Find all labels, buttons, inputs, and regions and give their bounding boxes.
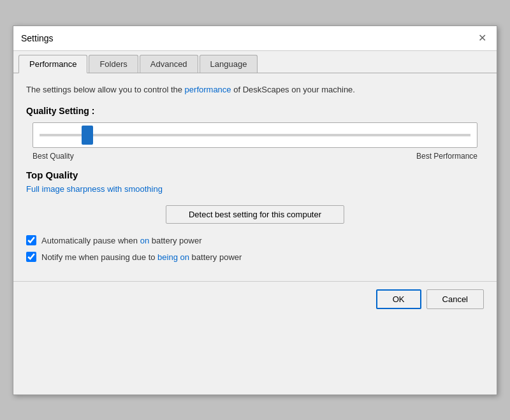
quality-description: Full image sharpness with smoothing	[26, 184, 484, 194]
tab-language[interactable]: Language	[200, 55, 258, 73]
window-title: Settings	[21, 33, 54, 43]
quality-section-title: Quality Setting :	[26, 106, 484, 116]
tab-folders[interactable]: Folders	[89, 55, 138, 73]
tab-bar: Performance Folders Advanced Language	[13, 51, 497, 73]
slider-wrapper	[33, 122, 477, 148]
dialog-footer: OK Cancel	[13, 281, 497, 317]
tab-advanced[interactable]: Advanced	[140, 55, 198, 73]
notify-pause-row: Notify me when pausing due to being on b…	[26, 252, 484, 262]
description-text: The settings below allow you to control …	[26, 83, 484, 96]
quality-desc-highlight: image	[42, 184, 64, 194]
quality-slider[interactable]	[40, 134, 470, 136]
quality-slider-container	[33, 122, 477, 148]
slider-label-right: Best Performance	[416, 152, 477, 161]
detect-btn-row: Detect best setting for this computer	[26, 205, 484, 224]
auto-pause-checkbox[interactable]	[26, 235, 36, 245]
auto-pause-label: Automatically pause when on battery powe…	[41, 236, 202, 245]
description-highlight: performance	[185, 85, 231, 94]
auto-pause-highlight: on	[140, 236, 149, 245]
slider-label-left: Best Quality	[33, 152, 74, 161]
tab-content: The settings below allow you to control …	[13, 73, 497, 282]
settings-window: Settings ✕ Performance Folders Advanced …	[13, 25, 497, 395]
cancel-button[interactable]: Cancel	[426, 289, 484, 309]
ok-button[interactable]: OK	[376, 289, 421, 309]
title-bar: Settings ✕	[13, 26, 497, 51]
close-button[interactable]: ✕	[475, 31, 489, 45]
slider-labels: Best Quality Best Performance	[26, 152, 484, 161]
detect-best-setting-button[interactable]: Detect best setting for this computer	[166, 205, 344, 224]
quality-name: Top Quality	[26, 170, 484, 180]
notify-pause-label: Notify me when pausing due to being on b…	[41, 252, 242, 262]
notify-pause-checkbox[interactable]	[26, 252, 36, 262]
auto-pause-row: Automatically pause when on battery powe…	[26, 235, 484, 245]
tab-performance[interactable]: Performance	[18, 55, 87, 73]
notify-pause-highlight: being on	[157, 252, 189, 262]
